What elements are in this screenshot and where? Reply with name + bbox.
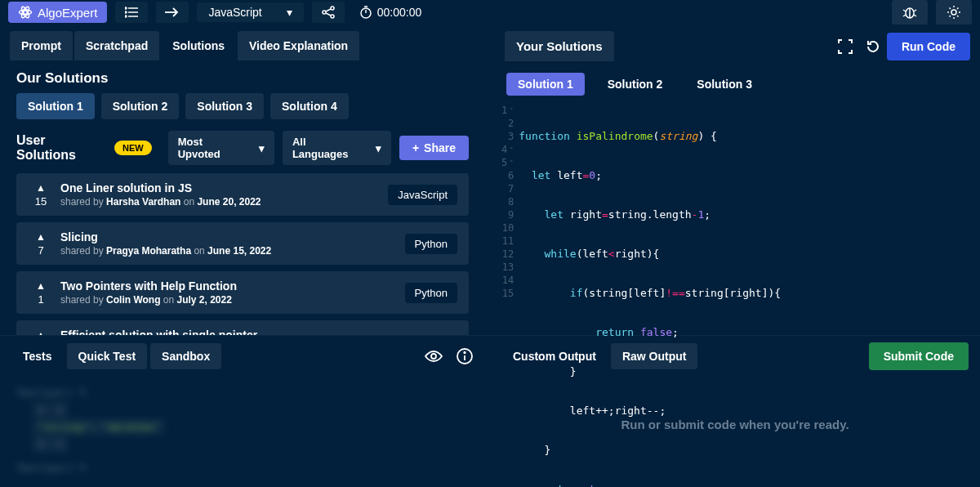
svg-line-21 — [903, 10, 906, 11]
svg-point-12 — [323, 11, 326, 14]
card-meta: shared by Pragya Moharatha on June 15, 2… — [60, 245, 405, 257]
our-sol-4[interactable]: Solution 4 — [270, 93, 349, 119]
svg-line-14 — [326, 9, 331, 11]
card-title: Slicing — [60, 230, 405, 244]
card-meta: shared by Colin Wong on July 2, 2022 — [60, 294, 405, 306]
logo-text: AlgoExpert — [38, 6, 97, 20]
user-solution-card[interactable]: ▲ Efficient solution with single pointer — [16, 320, 469, 335]
tab-raw-output[interactable]: Raw Output — [611, 343, 698, 369]
tab-custom-output[interactable]: Custom Output — [501, 343, 608, 369]
card-title: Two Pointers with Help Function — [60, 279, 405, 293]
card-title: Efficient solution with single pointer — [60, 328, 457, 335]
topbar: AlgoExpert JavaScript ▾ 00:00:00 — [0, 0, 980, 25]
fullscreen-icon[interactable] — [831, 33, 859, 60]
our-sol-3[interactable]: Solution 3 — [185, 93, 264, 119]
info-icon[interactable] — [451, 342, 479, 370]
your-solution-tabs: Solution 1 Solution 2 Solution 3 — [495, 68, 980, 101]
tab-scratchpad[interactable]: Scratchpad — [74, 31, 159, 60]
user-solutions-title: User Solutions — [16, 133, 106, 163]
our-solution-tabs: Solution 1 Solution 2 Solution 3 Solutio… — [0, 93, 485, 131]
our-sol-2[interactable]: Solution 2 — [101, 93, 180, 119]
svg-point-26 — [431, 354, 436, 359]
left-tabs: Prompt Scratchpad Solutions Video Explan… — [0, 25, 485, 60]
user-solutions-header: User Solutions NEW Most Upvoted ▾ All La… — [0, 131, 485, 173]
our-solutions-title: Our Solutions — [0, 60, 485, 93]
card-title: One Liner solution in JS — [60, 181, 388, 194]
upvote-icon[interactable]: ▲ — [28, 231, 54, 243]
eye-icon[interactable] — [420, 342, 448, 370]
tests-blur: Test Case 1 ✎ 1 { "string": "abcdcba" 3 … — [0, 377, 490, 487]
svg-line-23 — [903, 15, 906, 16]
svg-line-15 — [326, 13, 331, 16]
svg-point-8 — [125, 11, 127, 13]
upvote-icon[interactable]: ▲ — [28, 182, 54, 194]
user-solution-card[interactable]: ▲ 15 One Liner solution in JS shared by … — [16, 173, 469, 216]
language-label: JavaScript — [208, 6, 261, 19]
user-solution-card[interactable]: ▲ 1 Two Pointers with Help Function shar… — [16, 271, 469, 314]
upvote-count: 7 — [28, 244, 54, 257]
bottom-left-tabs: Tests Quick Test Sandbox — [0, 336, 490, 377]
card-meta: shared by Harsha Vardhan on June 20, 202… — [60, 196, 388, 208]
svg-point-29 — [464, 352, 466, 354]
lang-pill: Python — [405, 234, 457, 254]
timer-value: 00:00:00 — [377, 6, 422, 19]
svg-point-11 — [331, 7, 334, 10]
svg-line-24 — [914, 15, 916, 16]
output-placeholder: Run or submit code when you're ready. — [490, 418, 980, 431]
upvote-icon[interactable]: ▲ — [28, 329, 54, 335]
tab-tests[interactable]: Tests — [11, 343, 64, 369]
share-button[interactable]: + Share — [399, 136, 469, 160]
svg-point-25 — [951, 10, 956, 15]
your-sol-3[interactable]: Solution 3 — [685, 73, 764, 96]
sort-dropdown[interactable]: Most Upvoted ▾ — [168, 131, 274, 165]
upvote-icon[interactable]: ▲ — [28, 280, 54, 292]
logo-icon — [18, 5, 33, 20]
your-solutions-title: Your Solutions — [505, 31, 614, 61]
upvote-count: 1 — [28, 293, 54, 306]
run-code-button[interactable]: Run Code — [887, 33, 970, 60]
tab-sandbox[interactable]: Sandbox — [150, 343, 221, 369]
reset-icon[interactable] — [859, 33, 887, 60]
new-badge: NEW — [114, 141, 152, 155]
tab-video[interactable]: Video Explanation — [238, 31, 359, 60]
gear-icon[interactable] — [936, 0, 972, 25]
your-sol-1[interactable]: Solution 1 — [506, 73, 585, 96]
tab-prompt[interactable]: Prompt — [10, 31, 73, 60]
svg-point-0 — [24, 11, 28, 15]
chevron-down-icon: ▾ — [376, 142, 381, 154]
svg-point-7 — [125, 7, 127, 9]
lang-pill: JavaScript — [388, 185, 457, 205]
upvote-count: 15 — [28, 195, 54, 208]
share-icon[interactable] — [312, 2, 345, 23]
arrow-right-icon[interactable] — [156, 2, 189, 23]
your-sol-2[interactable]: Solution 2 — [596, 73, 675, 96]
bottom-right-tabs: Custom Output Raw Output Submit Code — [490, 336, 980, 377]
stopwatch-icon — [359, 6, 372, 19]
lang-filter-dropdown[interactable]: All Languages ▾ — [283, 131, 391, 165]
plus-icon: + — [412, 141, 419, 154]
svg-line-22 — [914, 10, 916, 11]
language-select[interactable]: JavaScript ▾ — [197, 2, 303, 22]
chevron-down-icon: ▾ — [287, 6, 292, 19]
svg-point-9 — [125, 16, 127, 17]
your-solutions-header: Your Solutions Run Code — [495, 25, 980, 68]
tab-solutions[interactable]: Solutions — [161, 31, 236, 60]
user-solution-card[interactable]: ▲ 7 Slicing shared by Pragya Moharatha o… — [16, 222, 469, 265]
bug-icon[interactable] — [892, 0, 928, 25]
svg-point-13 — [331, 15, 334, 18]
timer[interactable]: 00:00:00 — [359, 6, 422, 19]
logo[interactable]: AlgoExpert — [8, 2, 107, 23]
tab-quicktest[interactable]: Quick Test — [67, 343, 148, 369]
lang-pill: Python — [405, 283, 457, 303]
chevron-down-icon: ▾ — [259, 142, 265, 154]
list-icon[interactable] — [115, 2, 148, 23]
user-solutions-list: ▲ 15 One Liner solution in JS shared by … — [0, 173, 485, 335]
our-sol-1[interactable]: Solution 1 — [16, 93, 95, 119]
submit-code-button[interactable]: Submit Code — [869, 342, 969, 370]
